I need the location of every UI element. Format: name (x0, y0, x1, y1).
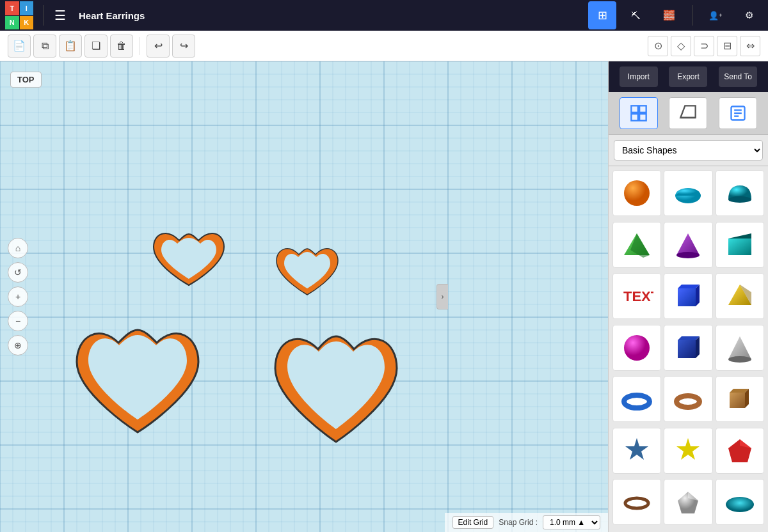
logo-i: I (20, 1, 34, 15)
notes-view-btn[interactable] (719, 97, 757, 129)
duplicate-btn[interactable]: ❏ (84, 35, 108, 58)
shape-blue-box[interactable] (664, 273, 712, 319)
shape-yellow-pyramid[interactable] (716, 273, 764, 319)
heart-earring-top-left (154, 233, 224, 285)
snap-grid-label: Snap Grid : (499, 518, 538, 527)
paste-btn[interactable]: 📋 (59, 35, 82, 58)
heart-earring-bottom-left (77, 330, 198, 432)
nav-sep2 (692, 5, 692, 26)
svg-point-43 (625, 498, 648, 508)
svg-marker-40 (676, 438, 700, 460)
copy-btn[interactable]: ⧉ (33, 35, 56, 58)
shape-green-pyramid[interactable] (612, 222, 661, 268)
shape-brown-torus[interactable] (664, 376, 712, 422)
flip-btn[interactable]: ⊃ (694, 36, 714, 56)
panel-collapse-btn[interactable]: › (436, 284, 448, 309)
shape-orange-sphere[interactable] (612, 170, 661, 216)
toolbar-sep1 (140, 37, 140, 55)
shape-teal-lens[interactable] (716, 479, 764, 525)
logo-n: N (5, 16, 19, 30)
add-collaborator-btn[interactable]: 👤+ (701, 1, 730, 29)
top-navigation: T I N K ☰ Heart Earrings ⊞ ⛏ 🧱 👤+ ⚙ (0, 0, 768, 31)
shape-blue-star[interactable] (612, 428, 661, 474)
canvas-area[interactable]: TOP ⌂ ↺ + − ⊕ (0, 61, 608, 532)
sim-view-btn[interactable]: 🧱 (655, 1, 683, 29)
svg-point-35 (676, 396, 700, 407)
shape-magenta-sphere[interactable] (612, 325, 661, 371)
tinkercad-logo[interactable]: T I N K (5, 1, 33, 29)
svg-point-34 (624, 395, 650, 408)
panel-view-buttons (609, 92, 768, 135)
shape-brown-ring[interactable] (612, 479, 661, 525)
logo-k: K (20, 16, 34, 30)
new-btn[interactable]: 📄 (8, 35, 31, 58)
flat-view-btn[interactable] (620, 97, 658, 129)
group-btn[interactable]: ⊙ (648, 36, 668, 56)
shape-blue-torus[interactable] (612, 376, 661, 422)
account-btn[interactable]: ⚙ (735, 1, 763, 29)
shape-navy-box[interactable] (664, 325, 712, 371)
svg-marker-20 (728, 239, 751, 255)
svg-text:TEXT: TEXT (623, 288, 653, 304)
svg-rect-29 (678, 340, 696, 358)
svg-rect-4 (631, 106, 638, 113)
redo-btn[interactable]: ↪ (172, 35, 195, 58)
svg-rect-5 (639, 106, 646, 113)
svg-rect-7 (639, 114, 646, 121)
send-to-btn[interactable]: Send To (719, 66, 757, 87)
export-btn[interactable]: Export (669, 66, 707, 87)
grid-view-btn[interactable]: ⊞ (588, 1, 616, 29)
main-area: TOP ⌂ ↺ + − ⊕ (0, 61, 768, 532)
shape-blue-half[interactable] (664, 170, 712, 216)
edit-grid-btn[interactable]: Edit Grid (452, 516, 494, 529)
perspective-view-btn[interactable] (669, 97, 707, 129)
mirror-btn[interactable]: ⇔ (740, 36, 760, 56)
align-btn[interactable]: ⊟ (717, 36, 737, 56)
build-view-btn[interactable]: ⛏ (621, 1, 650, 29)
undo-btn[interactable]: ↩ (147, 35, 170, 58)
panel-top-actions: Import Export Send To (609, 61, 768, 92)
hearts-svg (0, 61, 608, 532)
menu-icon[interactable]: ☰ (54, 8, 66, 23)
logo-t: T (5, 1, 19, 15)
svg-rect-23 (678, 288, 696, 306)
import-btn[interactable]: Import (620, 66, 658, 87)
shape-silver-gem[interactable] (664, 479, 712, 525)
svg-marker-18 (676, 233, 700, 255)
shape-yellow-star[interactable] (664, 428, 712, 474)
shape-teal-dome[interactable] (716, 170, 764, 216)
delete-btn[interactable]: 🗑 (110, 35, 133, 58)
svg-point-28 (624, 335, 650, 361)
shape-red-gem[interactable] (716, 428, 764, 474)
svg-marker-32 (728, 336, 751, 359)
hearts-container[interactable] (0, 61, 608, 532)
bottom-status-bar: Edit Grid Snap Grid : 1.0 mm ▲ 0.5 mm 2.… (445, 513, 608, 532)
svg-marker-25 (696, 285, 700, 306)
snap-grid-select[interactable]: 1.0 mm ▲ 0.5 mm 2.0 mm (543, 515, 600, 529)
svg-point-46 (726, 497, 754, 512)
svg-marker-31 (696, 336, 700, 358)
shape-teal-wedge[interactable] (716, 222, 764, 268)
svg-point-15 (728, 196, 751, 203)
view-cube-btn[interactable]: ◇ (671, 36, 691, 56)
svg-marker-39 (625, 438, 648, 460)
category-dropdown[interactable]: Basic Shapes Letters Connectors Symbols … (614, 140, 763, 160)
main-toolbar: 📄 ⧉ 📋 ❏ 🗑 ↩ ↪ ⊙ ◇ ⊃ ⊟ ⇔ (0, 31, 768, 61)
svg-point-19 (676, 252, 700, 258)
svg-rect-6 (631, 114, 638, 121)
svg-point-33 (728, 356, 751, 363)
nav-separator (44, 5, 44, 26)
right-panel: Import Export Send To Basic Shapes Lette… (608, 61, 768, 532)
shapes-grid: TEXT (609, 166, 768, 532)
shape-text[interactable]: TEXT (612, 273, 661, 319)
project-title: Heart Earrings (79, 10, 328, 21)
svg-rect-36 (730, 393, 745, 408)
heart-earring-bottom-right (275, 336, 397, 442)
shape-category-selector: Basic Shapes Letters Connectors Symbols … (609, 135, 768, 166)
shape-brown-cube[interactable] (716, 376, 764, 422)
shape-purple-cone[interactable] (664, 222, 712, 268)
shape-silver-cone[interactable] (716, 325, 764, 371)
svg-point-13 (624, 180, 650, 206)
heart-earring-top-right (276, 249, 338, 295)
svg-marker-21 (728, 233, 751, 239)
